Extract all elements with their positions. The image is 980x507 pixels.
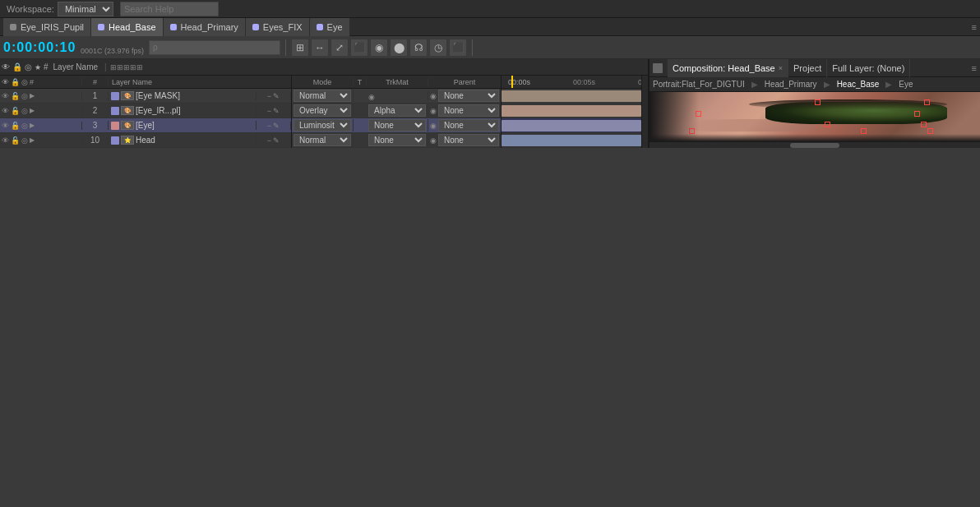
right-panel-menu-icon[interactable]: ≡ [972, 63, 977, 73]
breadcrumb-3[interactable]: Heac_Base [837, 80, 880, 89]
switches-header: ⊞⊞⊞⊞⊞ [110, 63, 143, 71]
comp-icon-1[interactable]: 👁 [2, 62, 10, 71]
solo-icon-4[interactable]: ◎ [21, 136, 28, 145]
mode-dropdown-2[interactable]: OverlayNormalLuminosity [294, 104, 351, 117]
parent-dropdown-3[interactable]: None [438, 119, 499, 131]
trkmat-3[interactable]: NoneAlpha [367, 119, 428, 131]
comp-icon-4[interactable]: ★ [35, 63, 41, 71]
right-tab-full-layer[interactable]: Full Layer: (None) [827, 59, 910, 77]
mode-dropdown-3[interactable]: LuminositNormalOverlay [294, 119, 351, 131]
tab-head-base[interactable]: Head_Base [91, 18, 164, 36]
lr1-sw1[interactable]: − [267, 92, 271, 100]
toolbar-btn-7[interactable]: ☊ [409, 39, 428, 57]
solo-icon-3[interactable]: ◎ [21, 122, 28, 130]
toolbar-btn-2[interactable]: ↔ [311, 39, 329, 57]
toolbar-btn-8[interactable]: ◷ [429, 39, 447, 57]
right-tab-composition[interactable]: Composition: Head_Base × [668, 59, 788, 77]
triangle-2[interactable]: ▶ [30, 107, 35, 114]
lr4-sw1[interactable]: − [267, 136, 271, 145]
comp-icon-2[interactable]: 🔒 [12, 62, 22, 71]
breadcrumb-1[interactable]: Portrait:Flat_For_DIGTUI [653, 80, 745, 89]
breadcrumb-4[interactable]: Eye [899, 80, 913, 89]
parent-4[interactable]: ◉ None [428, 134, 501, 146]
trkmat-dropdown-4[interactable]: NoneAlpha [368, 134, 426, 146]
panel-right: Composition: Head_Base × Project Full La… [649, 59, 980, 148]
solo-icon-1[interactable]: ◎ [21, 92, 28, 100]
tab-head-primary[interactable]: Head_Primary [164, 18, 246, 36]
comp-icon-5[interactable]: # [44, 62, 49, 71]
lock-icon-4[interactable]: 🔓 [11, 136, 20, 145]
toolbar-btn-5[interactable]: ◉ [370, 39, 388, 57]
parent-3[interactable]: ◉ None [428, 119, 501, 131]
timeline-row-3[interactable] [502, 118, 641, 133]
solo-icon-2[interactable]: ◎ [21, 107, 28, 115]
layer-row-4[interactable]: 👁 🔓 ◎ ▶ 10 ⭐ Head − ✎ [0, 133, 291, 148]
mode-sel-3[interactable]: LuminositNormalOverlay [292, 119, 354, 131]
eye-icon-2[interactable]: 👁 [2, 107, 9, 115]
tab-eye[interactable]: Eye [310, 18, 350, 36]
eye-icon-1[interactable]: 👁 [2, 92, 9, 100]
mode-header: Mode [292, 78, 354, 86]
tab-eye-iris-pupil[interactable]: Eye_IRIS_Pupil [3, 18, 91, 36]
lr3-icons: 👁 🔓 ◎ ▶ [0, 122, 82, 130]
lr2-switches: − ✎ [257, 107, 291, 115]
toolbar-btn-6[interactable]: ⬤ [390, 39, 408, 57]
lr3-sw2[interactable]: ✎ [273, 122, 280, 130]
parent-1[interactable]: ◉ None [428, 90, 501, 102]
trkmat-4[interactable]: NoneAlpha [367, 134, 428, 146]
layer-row-2[interactable]: 👁 🔓 ◎ ▶ 2 🎨 [Eye_IR...pl] − ✎ [0, 104, 291, 118]
parent-2[interactable]: ◉ None [428, 104, 501, 117]
svg-rect-0 [653, 63, 663, 73]
right-tab-comp-close[interactable]: × [779, 64, 783, 72]
parent-dropdown-4[interactable]: None [438, 134, 499, 146]
timeline-row-2[interactable] [502, 104, 641, 118]
parent-dropdown-2[interactable]: None [438, 104, 499, 117]
mode-dropdown-1[interactable]: NormalOverlayLuminosity [294, 90, 351, 102]
breadcrumb-2[interactable]: Head_Primary [765, 80, 817, 89]
tab-label: Head_Base [109, 22, 156, 32]
tab-eyes-fix[interactable]: Eyes_FIX [246, 18, 310, 36]
layer-row-1[interactable]: 👁 🔓 ◎ ▶ 1 🎨 [Eye MASK] − ✎ [0, 89, 291, 104]
trkmat-dropdown-2[interactable]: AlphaNone [368, 104, 426, 117]
right-tab-comp-label: Composition: Head_Base [673, 63, 775, 73]
mode-sel-2[interactable]: OverlayNormalLuminosity [292, 104, 354, 117]
toolbar-btn-9[interactable]: ⬛ [449, 39, 467, 57]
mode-sel-1[interactable]: NormalOverlayLuminosity [292, 90, 354, 102]
col-header-name: Layer Name [109, 78, 291, 86]
lr4-num: 10 [82, 136, 109, 145]
layer-search-input[interactable] [153, 43, 276, 52]
eye-icon-3[interactable]: 👁 [2, 122, 9, 130]
trkmat-2[interactable]: AlphaNone [367, 104, 428, 117]
trkmat-dropdown-3[interactable]: NoneAlpha [368, 119, 426, 131]
eye-icon-4[interactable]: 👁 [2, 136, 9, 145]
lr4-sw2[interactable]: ✎ [273, 136, 280, 145]
timeline-row-1[interactable] [502, 89, 641, 104]
lr2-sw1[interactable]: − [267, 107, 271, 115]
layer-row-3[interactable]: 👁 🔓 ◎ ▶ 3 🎨 [Eye] − ✎ [0, 118, 291, 133]
tab-label: Head_Primary [181, 22, 238, 32]
scrollbar-vertical[interactable] [641, 76, 648, 148]
workspace-select[interactable]: Minimal [58, 2, 113, 16]
mode-sel-4[interactable]: NormalOverlayLuminosity [292, 134, 354, 146]
lr1-sw2[interactable]: ✎ [273, 92, 280, 100]
toolbar-btn-3[interactable]: ⤢ [331, 39, 349, 57]
parent-dropdown-1[interactable]: None [438, 90, 499, 102]
mode-dropdown-4[interactable]: NormalOverlayLuminosity [294, 134, 351, 146]
lock-icon-2[interactable]: 🔓 [11, 107, 20, 115]
lr3-sw1[interactable]: − [267, 122, 271, 130]
triangle-1[interactable]: ▶ [30, 92, 35, 99]
tabs-overflow-icon[interactable]: ≡ [972, 22, 977, 32]
lock-icon-1[interactable]: 🔓 [11, 92, 20, 100]
timeline-row-4[interactable] [502, 133, 641, 148]
comp-icon-3[interactable]: ◎ [25, 62, 32, 71]
scrollbar-horizontal-right[interactable] [649, 141, 980, 148]
toolbar-btn-4[interactable]: ⬛ [350, 39, 368, 57]
toolbar-btn-1[interactable]: ⊞ [291, 39, 309, 57]
search-box[interactable] [149, 40, 280, 55]
triangle-4[interactable]: ▶ [30, 136, 35, 144]
search-input-top[interactable] [120, 2, 219, 16]
triangle-3[interactable]: ▶ [30, 122, 35, 129]
lock-icon-3[interactable]: 🔓 [11, 122, 20, 130]
lr2-sw2[interactable]: ✎ [273, 107, 280, 115]
right-tab-project[interactable]: Project [788, 59, 827, 77]
